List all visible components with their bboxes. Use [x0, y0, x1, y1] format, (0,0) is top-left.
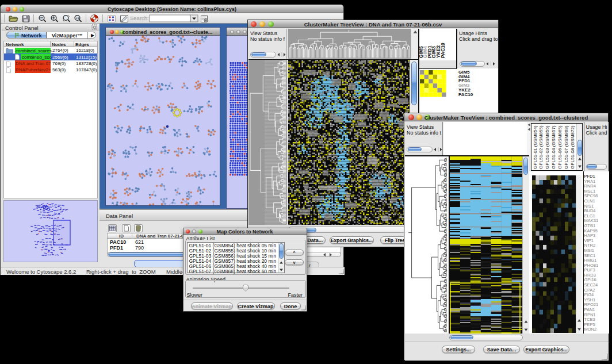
svg-text:1:1: 1:1: [75, 17, 79, 20]
svg-text:GPL51-03 (GSM856): GPL51-03 (GSM856): [545, 125, 550, 169]
svg-text:GPL51-08 (GSM872): GPL51-08 (GSM872): [569, 125, 575, 169]
svg-text:GPL51-04 (GSM857): GPL51-04 (GSM857): [551, 125, 556, 169]
svg-text:GPL51-06 (GSM865): GPL51-06 (GSM865): [557, 125, 563, 169]
svg-text:GPL51-02 (GSM855): GPL51-02 (GSM855): [538, 125, 544, 169]
svg-text:GPL51-01 (GSM854): GPL51-01 (GSM854): [532, 125, 537, 169]
svg-text:GPL51-07 (GSM868): GPL51-07 (GSM868): [564, 125, 569, 169]
svg-text:Search:: Search:: [130, 15, 149, 21]
svg-text:PAC10: PAC10: [439, 42, 445, 58]
